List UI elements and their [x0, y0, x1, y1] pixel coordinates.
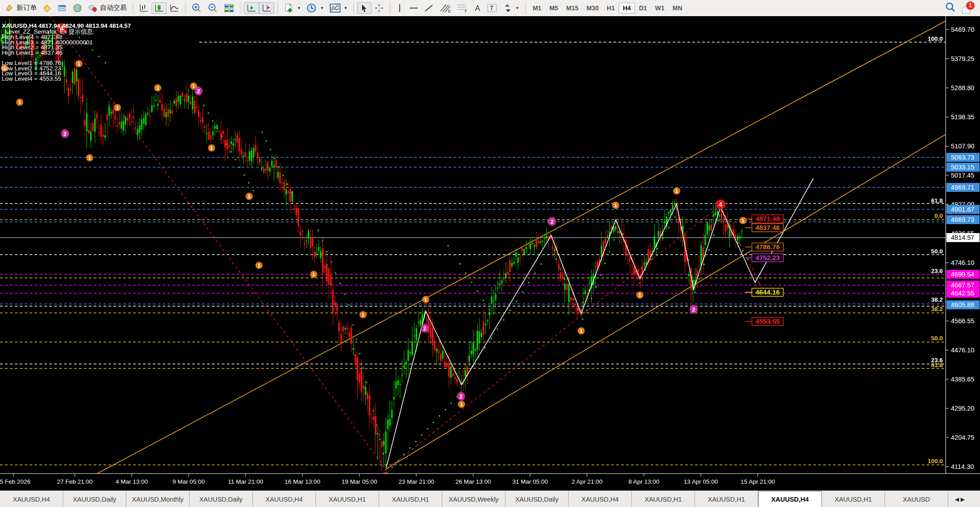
svg-text:4901.67: 4901.67	[951, 206, 974, 213]
timeframe-button-w1[interactable]: W1	[651, 3, 669, 13]
toolbar-separator	[354, 2, 354, 14]
time-axis[interactable]: 25 Feb 202627 Feb 21:004 Mar 13:009 Mar …	[0, 474, 980, 490]
timeframe-button-h1[interactable]: H1	[603, 3, 619, 13]
toolbar: 新订单 自动交易	[0, 0, 980, 16]
svg-text:4644.16: 4644.16	[756, 288, 780, 296]
svg-text:15 Apr 21:00: 15 Apr 21:00	[741, 478, 775, 485]
arrows-tool[interactable]: ▼	[500, 2, 522, 14]
svg-text:0.0: 0.0	[934, 212, 943, 219]
svg-text:2: 2	[551, 219, 554, 225]
chart-tab-0[interactable]: XAUUSD,H4	[0, 491, 63, 507]
price-axis[interactable]: 5469.705379.255288.805198.355107.905017.…	[946, 16, 980, 473]
crosshair-tool-button[interactable]	[371, 2, 387, 14]
timeframe-button-m30[interactable]: M30	[583, 3, 603, 13]
timeframe-button-m1[interactable]: M1	[529, 3, 545, 13]
timeframe-button-d1[interactable]: D1	[635, 3, 651, 13]
svg-text:1: 1	[156, 85, 160, 91]
tile-windows-button[interactable]	[221, 2, 237, 14]
zoom-out-button[interactable]	[205, 2, 221, 14]
toolbar-separator	[390, 2, 390, 14]
svg-text:1: 1	[580, 328, 583, 334]
svg-text:11 Mar 21:00: 11 Mar 21:00	[228, 478, 263, 485]
svg-text:4385.65: 4385.65	[951, 376, 974, 383]
bar-chart-mode-button[interactable]	[136, 2, 151, 14]
fibo-lines-tool[interactable]: F	[453, 2, 471, 14]
svg-text:1: 1	[742, 218, 745, 223]
svg-text:4: 4	[719, 201, 722, 208]
signals-button[interactable]	[70, 2, 85, 14]
svg-text:1: 1	[116, 105, 119, 110]
zoom-in-button[interactable]	[189, 2, 205, 14]
auto-scroll-button[interactable]	[244, 2, 259, 14]
svg-text:2: 2	[692, 307, 695, 313]
svg-text:13 Apr 05:00: 13 Apr 05:00	[684, 478, 718, 485]
text-tool[interactable]: A	[471, 2, 484, 14]
svg-text:100.0: 100.0	[928, 458, 943, 464]
svg-text:4204.75: 4204.75	[951, 434, 974, 441]
svg-text:31 Mar 05:00: 31 Mar 05:00	[512, 478, 548, 485]
svg-text:1: 1	[614, 203, 617, 208]
chart-tab-3[interactable]: XAUUSD,Daily	[190, 491, 253, 507]
svg-text:4786.76: 4786.76	[756, 243, 780, 251]
chart-tab-12[interactable]: XAUUSD,H4	[758, 491, 822, 507]
svg-text:5107.90: 5107.90	[951, 143, 974, 150]
chart-area[interactable]: 111111111111111111112222224444871.484837…	[0, 16, 980, 490]
text-label-tool[interactable]: T	[484, 2, 500, 14]
chart-tab-13[interactable]: XAUUSD,H1	[822, 491, 885, 507]
timeframe-group: M1M5M15M30H1H4D1W1MN	[527, 0, 688, 16]
indicators-button[interactable]: ▼	[327, 2, 350, 14]
new-chart-button[interactable]: ▼	[281, 2, 304, 14]
trendline-tool[interactable]	[421, 2, 436, 14]
chart-tab-6[interactable]: XAUUSD,H1	[379, 491, 442, 507]
svg-text:5017.45: 5017.45	[951, 172, 974, 179]
svg-text:5063.73: 5063.73	[951, 154, 974, 161]
fibo-retracement-tool[interactable]: E	[436, 2, 453, 14]
chart-tab-14[interactable]: XAUUSD	[885, 491, 948, 507]
toolbar-separator	[240, 2, 241, 14]
chart-canvas[interactable]: 111111111111111111112222224444871.484837…	[0, 16, 980, 490]
chart-tab-bar: XAUUSD,H4XAUUSD,DailyXAUUSD,MonthlyXAUUS…	[0, 490, 980, 507]
tab-scroll-arrows[interactable]: ◀ ▶	[948, 491, 971, 507]
svg-text:2: 2	[64, 131, 67, 137]
periods-button[interactable]: ▼	[304, 2, 327, 14]
search-icon[interactable]	[945, 2, 956, 14]
svg-text:4114.30: 4114.30	[951, 463, 974, 470]
svg-text:4605.88: 4605.88	[951, 301, 974, 308]
terminal-button[interactable]	[55, 2, 70, 14]
chart-bg	[0, 16, 980, 473]
chart-tab-8[interactable]: XAUUSD,Daily	[505, 491, 569, 507]
chart-tab-1[interactable]: XAUUSD,Daily	[63, 491, 126, 507]
chart-tab-7[interactable]: XAUUSD,Weekly	[442, 491, 505, 507]
toolbar-separator	[133, 2, 133, 14]
new-order-label: 新订单	[17, 4, 37, 12]
line-chart-mode-button[interactable]	[167, 2, 182, 14]
chart-tab-5[interactable]: XAUUSD,H1	[316, 491, 379, 507]
svg-text:50.0: 50.0	[931, 248, 943, 255]
chart-tab-11[interactable]: XAUUSD,H1	[695, 491, 758, 507]
chart-shift-button[interactable]	[259, 2, 274, 14]
notifications-button[interactable]: 1	[962, 3, 974, 13]
timeframe-button-h4[interactable]: H4	[619, 3, 635, 13]
timeframe-button-m15[interactable]: M15	[562, 3, 583, 13]
chart-gem-button[interactable]	[39, 2, 55, 14]
candle-chart-mode-button[interactable]	[151, 2, 167, 14]
chart-tab-10[interactable]: XAUUSD,H1	[632, 491, 695, 507]
chart-tab-2[interactable]: XAUUSD,Monthly	[126, 491, 190, 507]
svg-text:4837.46: 4837.46	[756, 224, 780, 231]
auto-trading-button[interactable]: 自动交易	[85, 2, 130, 14]
new-order-button[interactable]: 新订单	[2, 2, 39, 14]
svg-text:1: 1	[192, 83, 195, 89]
horizontal-line-tool[interactable]	[406, 2, 421, 14]
chart-tab-9[interactable]: XAUUSD,H4	[569, 491, 632, 507]
mt4-window: 新订单 自动交易	[0, 0, 980, 507]
svg-text:61.8: 61.8	[931, 362, 943, 368]
chart-tab-4[interactable]: XAUUSD,H4	[253, 491, 316, 507]
vertical-line-tool[interactable]	[393, 2, 406, 14]
timeframe-button-mn[interactable]: MN	[669, 3, 686, 13]
svg-text:2: 2	[197, 88, 200, 95]
svg-text:4295.20: 4295.20	[951, 405, 974, 412]
toolbar-separator	[185, 2, 186, 14]
svg-text:1: 1	[210, 145, 213, 151]
timeframe-button-m5[interactable]: M5	[545, 3, 562, 13]
cursor-tool-button[interactable]	[357, 2, 371, 14]
